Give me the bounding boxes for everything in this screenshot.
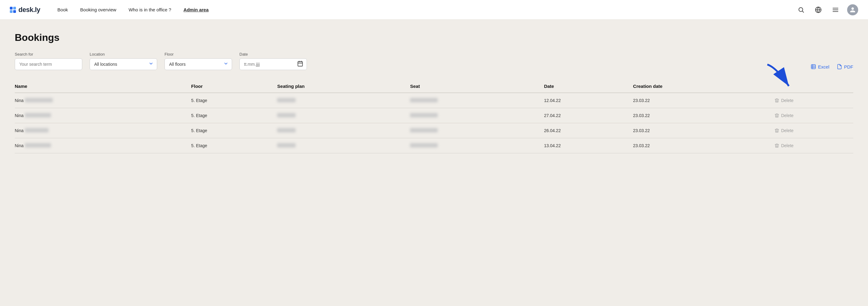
cell-creation-date: 23.03.22 [633, 123, 774, 138]
col-name: Name [15, 80, 191, 93]
cell-floor: 5. Etage [191, 138, 277, 153]
floor-label: Floor [164, 52, 232, 57]
menu-icon [832, 6, 839, 13]
cell-seating-plan [277, 93, 410, 108]
cell-delete: Delete [774, 93, 853, 108]
excel-export-button[interactable]: Excel [811, 64, 829, 69]
logo-icon [10, 7, 16, 13]
delete-button[interactable]: Delete [774, 98, 794, 103]
cell-name: Nina [15, 108, 191, 123]
blurred-seating-plan [277, 128, 296, 132]
logo-link[interactable]: desk.ly [10, 6, 40, 14]
blurred-seat [410, 98, 438, 102]
cell-seat [410, 93, 544, 108]
avatar[interactable] [847, 4, 858, 16]
logo-text: desk.ly [19, 6, 40, 14]
location-select[interactable]: All locations [90, 58, 157, 70]
nav-booking-overview[interactable]: Booking overview [80, 7, 116, 12]
blurred-seating-plan [277, 143, 296, 147]
trash-icon [774, 128, 779, 133]
floor-filter-group: Floor All floors [164, 52, 232, 70]
cell-date: 13.04.22 [544, 138, 633, 153]
col-seat: Seat [410, 80, 544, 93]
col-seating-plan: Seating plan [277, 80, 410, 93]
table-header-row: Name Floor Seating plan Seat Date Creati… [15, 80, 853, 93]
globe-icon [815, 6, 822, 13]
col-actions [774, 80, 853, 93]
nav-admin-area[interactable]: Admin area [184, 7, 209, 12]
bookings-table: Name Floor Seating plan Seat Date Creati… [15, 80, 853, 153]
cell-delete: Delete [774, 123, 853, 138]
cell-seating-plan [277, 108, 410, 123]
menu-button[interactable] [830, 4, 841, 16]
filters-row: Search for Location All locations Floor [15, 52, 853, 70]
blurred-seat [410, 113, 438, 117]
cell-floor: 5. Etage [191, 108, 277, 123]
cell-floor: 5. Etage [191, 93, 277, 108]
cell-date: 27.04.22 [544, 108, 633, 123]
blurred-name [25, 113, 51, 117]
search-icon [798, 6, 804, 13]
cell-seat [410, 138, 544, 153]
search-filter-group: Search for [15, 52, 82, 70]
pdf-export-button[interactable]: PDF [837, 64, 853, 69]
pdf-icon [837, 64, 842, 69]
date-label: Date [239, 52, 307, 57]
cell-seating-plan [277, 138, 410, 153]
blurred-name [25, 128, 49, 132]
search-input[interactable] [15, 58, 82, 70]
table-row: Nina 5. Etage 26.04.2223.03.22 Delete [15, 123, 853, 138]
cell-seating-plan [277, 123, 410, 138]
date-input[interactable] [239, 58, 307, 70]
blurred-seat [410, 143, 438, 147]
cell-name: Nina [15, 123, 191, 138]
col-creation-date: Creation date [633, 80, 774, 93]
cell-creation-date: 23.03.22 [633, 138, 774, 153]
cell-delete: Delete [774, 108, 853, 123]
trash-icon [774, 113, 779, 118]
nav-who-in-office[interactable]: Who is in the office ? [129, 7, 171, 12]
trash-icon [774, 98, 779, 103]
location-select-wrapper: All locations [90, 58, 157, 70]
cell-seat [410, 108, 544, 123]
cell-date: 12.04.22 [544, 93, 633, 108]
excel-label: Excel [818, 64, 829, 69]
date-filter-group: Date [239, 52, 307, 70]
cell-date: 26.04.22 [544, 123, 633, 138]
table-row: Nina 5. Etage 12.04.2223.03.22 Delete [15, 93, 853, 108]
delete-button[interactable]: Delete [774, 113, 794, 118]
table-row: Nina 5. Etage 27.04.2223.03.22 Delete [15, 108, 853, 123]
user-icon [849, 7, 856, 13]
cell-seat [410, 123, 544, 138]
table-row: Nina 5. Etage 13.04.2223.03.22 Delete [15, 138, 853, 153]
cell-creation-date: 23.03.22 [633, 93, 774, 108]
date-input-wrapper [239, 58, 307, 70]
cell-creation-date: 23.03.22 [633, 108, 774, 123]
blurred-seating-plan [277, 98, 296, 102]
blurred-seat [410, 128, 438, 132]
floor-select[interactable]: All floors [164, 58, 232, 70]
pdf-label: PDF [844, 64, 853, 69]
svg-line-1 [802, 11, 804, 12]
cell-name: Nina [15, 93, 191, 108]
delete-button[interactable]: Delete [774, 128, 794, 133]
blurred-seating-plan [277, 113, 296, 117]
globe-button[interactable] [813, 4, 824, 16]
svg-rect-11 [811, 64, 816, 69]
delete-button[interactable]: Delete [774, 143, 794, 148]
search-label: Search for [15, 52, 82, 57]
col-date: Date [544, 80, 633, 93]
nav-book[interactable]: Book [57, 7, 68, 12]
blurred-name [25, 143, 51, 147]
table-container: Name Floor Seating plan Seat Date Creati… [15, 80, 853, 153]
blurred-name [25, 98, 53, 102]
trash-icon [774, 143, 779, 148]
excel-icon [811, 64, 816, 69]
location-label: Location [90, 52, 157, 57]
nav-icons [796, 4, 858, 16]
main-content: Bookings Search for Location All locatio… [0, 20, 868, 163]
export-buttons: Excel PDF [811, 64, 853, 70]
search-button[interactable] [796, 4, 807, 16]
cell-floor: 5. Etage [191, 123, 277, 138]
col-floor: Floor [191, 80, 277, 93]
